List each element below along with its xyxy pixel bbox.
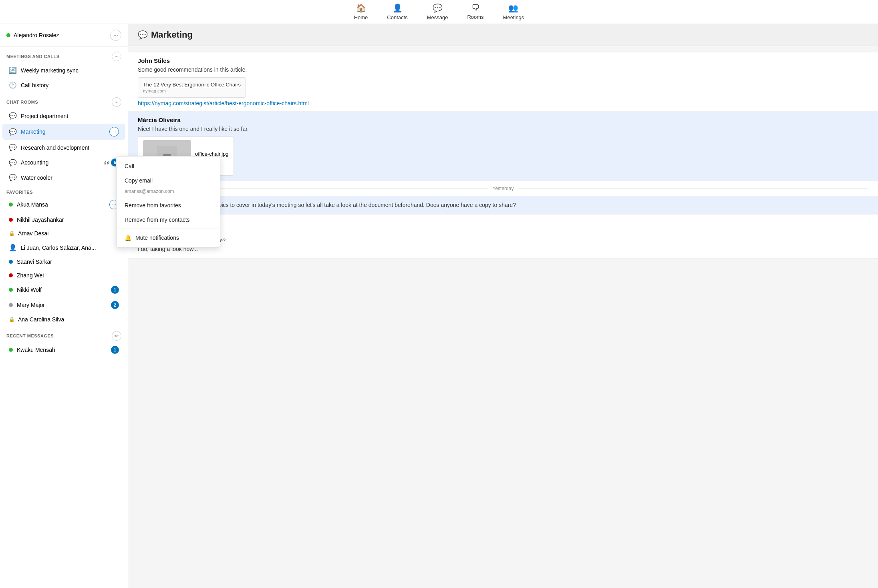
message-text-arnav: I do, taking a look now... bbox=[138, 245, 868, 253]
chat-rooms-title: CHAT ROOMS bbox=[6, 100, 38, 104]
context-menu-mute-notifications[interactable]: 🔔 Mute notifications bbox=[117, 231, 220, 245]
in-reply-label: In reply to message: bbox=[138, 228, 868, 236]
link-title: The 12 Very Best Ergonomic Office Chairs bbox=[143, 82, 241, 88]
message-arnav-desai: Arnav Desai In reply to message: Does an… bbox=[128, 215, 878, 259]
sidebar-item-water-cooler[interactable]: 💬 Water cooler bbox=[2, 171, 125, 185]
at-mention-indicator: @ bbox=[104, 160, 109, 166]
meetings-calls-title: MEETINGS AND CALLS bbox=[6, 54, 60, 59]
message-marcia-oliveira: Márcia Oliveira Nice! I have this one an… bbox=[128, 112, 878, 181]
sidebar-item-kwaku-mensah[interactable]: Kwaku Mensah 1 bbox=[2, 343, 125, 357]
context-menu: Call Copy email amansa@amazon.com Remove… bbox=[116, 156, 220, 248]
nav-rooms[interactable]: 🗨 Rooms bbox=[467, 3, 483, 20]
mary-badge: 2 bbox=[111, 301, 119, 309]
user-more-button[interactable]: ··· bbox=[110, 30, 121, 41]
chat-rooms-more-button[interactable]: ··· bbox=[112, 97, 121, 107]
nav-message-label: Message bbox=[427, 14, 448, 20]
date-divider-text: Yesterday bbox=[493, 186, 514, 191]
top-nav: 🏠 Home 👤 Contacts 💬 Message 🗨 Rooms 👥 Me… bbox=[0, 0, 878, 24]
message-icon: 💬 bbox=[433, 3, 443, 13]
context-menu-remove-contacts[interactable]: Remove from my contacts bbox=[117, 213, 220, 227]
sidebar-item-li-juan-group[interactable]: 👤 Li Juan, Carlos Salazar, Ana... bbox=[2, 241, 125, 255]
message-text-john-stiles: Some good recommendations in this articl… bbox=[138, 66, 868, 74]
sidebar-item-saanvi-sarkar[interactable]: Saanvi Sarkar bbox=[2, 255, 125, 268]
nav-meetings[interactable]: 👥 Meetings bbox=[503, 3, 524, 20]
context-menu-email-address: amansa@amazon.com bbox=[117, 188, 220, 198]
sidebar-item-marketing[interactable]: 💬 Marketing ··· bbox=[2, 124, 125, 140]
nav-contacts[interactable]: 👤 Contacts bbox=[387, 3, 407, 20]
sidebar-item-ana-carolina-silva[interactable]: 🔒 Ana Carolina Silva bbox=[2, 313, 125, 326]
sidebar-item-accounting[interactable]: 💬 Accounting @ 5 bbox=[2, 155, 125, 170]
nav-home-label: Home bbox=[354, 14, 368, 20]
messages-area[interactable]: John Stiles Some good recommendations in… bbox=[128, 46, 878, 588]
sidebar-item-arnav-desai[interactable]: 🔒 Arnav Desai bbox=[2, 227, 125, 240]
nikki-status bbox=[9, 288, 13, 292]
chat-room-icon-accounting: 💬 bbox=[9, 159, 17, 167]
favorites-title: FAVORITES bbox=[6, 190, 33, 195]
sync-icon: 🔄 bbox=[9, 66, 17, 74]
chat-rooms-section-header: CHAT ROOMS ··· bbox=[0, 92, 128, 108]
sidebar-item-research-and-development[interactable]: 💬 Research and development bbox=[2, 140, 125, 155]
kwaku-status bbox=[9, 348, 13, 352]
favorites-section-header: FAVORITES bbox=[0, 185, 128, 196]
nikki-badge: 1 bbox=[111, 286, 119, 294]
nav-message[interactable]: 💬 Message bbox=[427, 3, 448, 20]
project-department-label: Project department bbox=[21, 113, 119, 119]
sender-marcia-oliveira: Márcia Oliveira bbox=[138, 116, 868, 123]
kwaku-badge: 1 bbox=[111, 346, 119, 354]
message-text-team: Hey team! We've got plenty of topics to … bbox=[138, 201, 868, 209]
sidebar-item-zhang-wei[interactable]: Zhang Wei bbox=[2, 269, 125, 282]
marketing-label: Marketing bbox=[21, 128, 108, 135]
mary-label: Mary Major bbox=[17, 302, 111, 308]
nikki-label: Nikki Wolf bbox=[17, 287, 111, 293]
channel-header: 💬 Marketing bbox=[128, 24, 878, 46]
sender-john-stiles: John Stiles bbox=[138, 57, 868, 64]
sidebar-item-call-history[interactable]: 🕐 Call history bbox=[2, 78, 125, 92]
message-john-stiles: John Stiles Some good recommendations in… bbox=[128, 52, 878, 112]
mute-notifications-label: Mute notifications bbox=[135, 235, 179, 241]
saanvi-label: Saanvi Sarkar bbox=[17, 259, 119, 265]
sidebar-item-weekly-marketing-sync[interactable]: 🔄 Weekly marketing sync bbox=[2, 63, 125, 77]
mary-status bbox=[9, 303, 13, 307]
arnav-status-lock-icon: 🔒 bbox=[9, 231, 15, 236]
meetings-calls-section-header: MEETINGS AND CALLS ··· bbox=[0, 47, 128, 63]
main-content: 💬 Marketing John Stiles Some good recomm… bbox=[128, 24, 878, 588]
contacts-icon: 👤 bbox=[393, 3, 403, 13]
chat-room-icon-project: 💬 bbox=[9, 112, 17, 120]
sidebar-item-nikhil-jayashankar[interactable]: Nikhil Jayashankar bbox=[2, 213, 125, 226]
context-menu-call[interactable]: Call bbox=[117, 159, 220, 173]
chat-room-icon-rd: 💬 bbox=[9, 144, 17, 151]
marketing-more-button[interactable]: ··· bbox=[109, 127, 119, 136]
link-url[interactable]: https://nymag.com/strategist/article/bes… bbox=[138, 100, 868, 106]
nav-rooms-label: Rooms bbox=[467, 14, 483, 20]
meetings-calls-more-button[interactable]: ··· bbox=[112, 52, 121, 61]
message-team-announcement: Hey team! We've got plenty of topics to … bbox=[128, 196, 878, 215]
arnav-label: Arnav Desai bbox=[18, 230, 119, 237]
home-icon: 🏠 bbox=[356, 3, 366, 13]
channel-title: Marketing bbox=[151, 30, 193, 40]
sidebar-item-nikki-wolf[interactable]: Nikki Wolf 1 bbox=[2, 283, 125, 297]
zhang-status bbox=[9, 273, 13, 277]
nav-meetings-label: Meetings bbox=[503, 14, 524, 20]
nav-home[interactable]: 🏠 Home bbox=[354, 3, 368, 20]
meetings-icon: 👥 bbox=[508, 3, 518, 13]
reply-quote: Does anyone have a copy to share? bbox=[138, 237, 868, 243]
recent-messages-compose-button[interactable]: ✏ bbox=[112, 331, 121, 341]
context-menu-copy-email[interactable]: Copy email bbox=[117, 173, 220, 188]
sidebar-item-mary-major[interactable]: Mary Major 2 bbox=[2, 298, 125, 312]
rooms-icon: 🗨 bbox=[471, 3, 479, 12]
sidebar: Alejandro Rosalez ··· MEETINGS AND CALLS… bbox=[0, 24, 128, 588]
link-source: nymag.com bbox=[143, 88, 241, 93]
user-header: Alejandro Rosalez ··· bbox=[0, 24, 128, 47]
chat-room-icon-water-cooler: 💬 bbox=[9, 174, 17, 181]
message-text-marcia-oliveira: Nice! I have this one and I really like … bbox=[138, 125, 868, 133]
group-icon: 👤 bbox=[9, 244, 17, 251]
ana-label: Ana Carolina Silva bbox=[18, 316, 119, 323]
research-development-label: Research and development bbox=[21, 144, 119, 151]
akua-mansa-label: Akua Mansa bbox=[17, 201, 108, 208]
context-menu-remove-favorites[interactable]: Remove from favorites bbox=[117, 198, 220, 213]
link-preview[interactable]: The 12 Very Best Ergonomic Office Chairs… bbox=[138, 77, 246, 98]
context-menu-divider bbox=[117, 229, 220, 229]
weekly-marketing-sync-label: Weekly marketing sync bbox=[21, 67, 119, 74]
sidebar-item-project-department[interactable]: 💬 Project department bbox=[2, 109, 125, 123]
sidebar-item-akua-mansa[interactable]: Akua Mansa ··· bbox=[2, 197, 125, 213]
